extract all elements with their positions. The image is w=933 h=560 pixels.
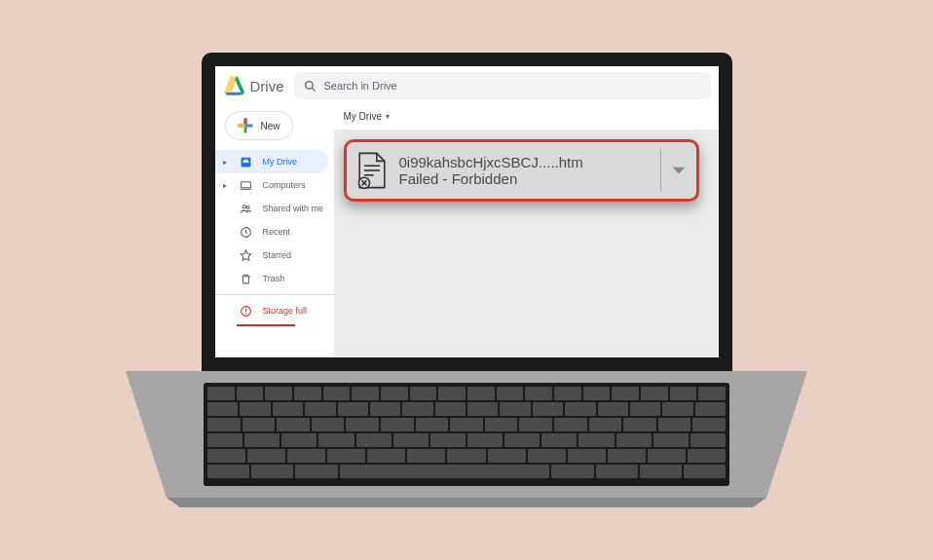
sidebar-item-my-drive[interactable]: ▸ My Drive xyxy=(215,150,328,173)
toast-filename: 0i99kahsbcHjxcSBCJ.....htm xyxy=(399,154,651,170)
toast-divider xyxy=(660,149,661,192)
laptop-base-edge xyxy=(126,498,807,507)
drive-icon xyxy=(240,155,253,168)
toast-status: Failed - Forbidden xyxy=(399,170,651,187)
chevron-right-icon: ▸ xyxy=(223,181,230,190)
trash-icon xyxy=(240,272,253,285)
svg-point-13 xyxy=(245,313,246,314)
drive-logo-text: Drive xyxy=(250,78,284,94)
svg-point-8 xyxy=(243,205,245,207)
star-icon xyxy=(240,248,253,262)
svg-point-9 xyxy=(246,205,249,208)
chevron-right-icon: ▸ xyxy=(223,158,230,167)
sidebar-item-label: Trash xyxy=(263,274,285,283)
screen-bezel: Drive Search in Drive xyxy=(202,53,732,371)
svg-point-0 xyxy=(305,81,313,89)
sidebar-item-label: Computers xyxy=(263,180,306,190)
drive-header: Drive Search in Drive xyxy=(215,66,719,105)
svg-rect-6 xyxy=(242,181,251,187)
laptop-illustration: Drive Search in Drive xyxy=(126,53,807,507)
sidebar-item-starred[interactable]: Starred xyxy=(215,243,334,267)
drive-logo[interactable]: Drive xyxy=(223,76,284,95)
svg-rect-5 xyxy=(239,125,246,128)
drive-logo-icon xyxy=(223,76,244,95)
chevron-down-icon: ▾ xyxy=(386,112,390,121)
download-toast: 0i99kahsbcHjxcSBCJ.....htm Failed - Forb… xyxy=(344,139,699,202)
sidebar: New ▸ My Drive ▸ xyxy=(215,105,334,357)
content-area: 0i99kahsbcHjxcSBCJ.....htm Failed - Forb… xyxy=(334,130,719,356)
sidebar-item-label: Recent xyxy=(263,227,291,237)
alert-icon xyxy=(240,304,253,317)
file-error-icon xyxy=(356,151,388,190)
search-placeholder: Search in Drive xyxy=(324,80,397,92)
people-icon xyxy=(240,202,253,215)
screen: Drive Search in Drive xyxy=(215,66,719,357)
breadcrumb-label: My Drive xyxy=(344,111,382,122)
laptop-base xyxy=(126,371,807,498)
sidebar-item-storage[interactable]: Storage full xyxy=(215,299,334,322)
main-pane: My Drive ▾ xyxy=(334,105,719,357)
divider xyxy=(215,294,334,295)
sidebar-item-label: Starred xyxy=(263,250,292,260)
sidebar-item-shared[interactable]: Shared with me xyxy=(215,197,334,220)
chevron-down-icon[interactable] xyxy=(671,165,687,176)
toast-text: 0i99kahsbcHjxcSBCJ.....htm Failed - Forb… xyxy=(399,154,651,187)
sidebar-item-label: My Drive xyxy=(263,157,298,167)
drive-body: New ▸ My Drive ▸ xyxy=(215,105,719,357)
sidebar-item-recent[interactable]: Recent xyxy=(215,220,334,243)
keyboard xyxy=(204,383,729,486)
clock-icon xyxy=(240,225,253,239)
plus-icon xyxy=(237,117,254,134)
new-button[interactable]: New xyxy=(225,111,293,140)
storage-bar xyxy=(237,324,295,326)
svg-line-1 xyxy=(312,88,315,91)
search-bar[interactable]: Search in Drive xyxy=(294,72,711,99)
sidebar-item-label: Shared with me xyxy=(263,204,324,213)
breadcrumb[interactable]: My Drive ▾ xyxy=(334,105,719,130)
nav-list: ▸ My Drive ▸ Computers xyxy=(215,150,334,290)
storage-label: Storage full xyxy=(263,306,308,316)
computers-icon xyxy=(240,178,253,192)
sidebar-item-computers[interactable]: ▸ Computers xyxy=(215,173,334,197)
search-icon xyxy=(304,80,317,93)
sidebar-item-trash[interactable]: Trash xyxy=(215,267,334,290)
new-button-label: New xyxy=(260,121,280,131)
